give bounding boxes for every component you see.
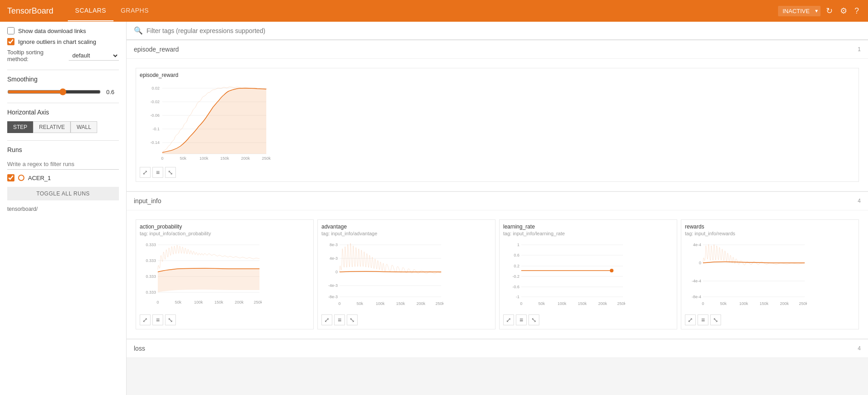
section-title-loss: loss	[134, 345, 145, 352]
ignore-outliers-checkbox[interactable]	[7, 38, 14, 45]
chart-controls-rewards: ⤢ ≡ ⤡	[685, 314, 855, 325]
svg-point-66	[610, 269, 613, 272]
svg-text:250k: 250k	[435, 301, 443, 306]
status-select[interactable]: INACTIVE	[778, 6, 821, 16]
layout-button-episode-reward[interactable]: ≡	[152, 167, 163, 178]
chart-svg-episode-reward: 0.02 -0.02 -0.06 -0.1 -0.14 0 50k 100k 1…	[140, 79, 271, 165]
chart-subtitle-action-probability: tag: input_info/action_probability	[140, 231, 310, 236]
chart-area-rewards: 4e-4 0 -4e-4 -8e-4 0 50k 100k 150k 200k …	[685, 238, 855, 313]
chart-svg-advantage: 8e-3 4e-3 0 -4e-3 -8e-3 0 50k 100k 150k …	[321, 238, 443, 313]
chart-svg-action-probability: 0.333 0.333 0.333 0.333 0 50k 100k 150k …	[140, 238, 262, 313]
svg-text:200k: 200k	[241, 156, 250, 161]
right-controls: INACTIVE ▾ ↻ ⚙ ?	[778, 4, 861, 18]
svg-text:0: 0	[156, 300, 159, 305]
chart-card-action-probability: action_probability tag: input_info/actio…	[136, 219, 314, 329]
svg-text:250k: 250k	[262, 156, 271, 161]
section-header-episode-reward: episode_reward 1	[127, 40, 868, 59]
svg-text:200k: 200k	[416, 301, 425, 306]
svg-text:50k: 50k	[180, 156, 187, 161]
ignore-outliers-label: Ignore outliers in chart scaling	[18, 38, 96, 45]
nav-scalars[interactable]: SCALARS	[68, 0, 113, 21]
charts-grid-episode-reward: episode_reward 0.02 -0.02	[127, 59, 868, 191]
settings-button[interactable]: ⚙	[838, 4, 849, 18]
tooltip-label: Tooltip sorting method:	[7, 49, 65, 62]
refresh-button[interactable]: ↻	[824, 4, 835, 18]
toggle-all-button[interactable]: TOGGLE ALL RUNS	[7, 187, 119, 200]
top-nav: TensorBoard SCALARS GRAPHS INACTIVE ▾ ↻ …	[0, 0, 868, 22]
layout-button-rewards[interactable]: ≡	[698, 314, 708, 325]
layout-button-advantage[interactable]: ≡	[334, 314, 345, 325]
runs-label: Runs	[7, 146, 119, 153]
ignore-outliers-row[interactable]: Ignore outliers in chart scaling	[7, 38, 119, 45]
expand-button-advantage[interactable]: ⤢	[321, 314, 332, 325]
chart-svg-rewards: 4e-4 0 -4e-4 -8e-4 0 50k 100k 150k 200k …	[685, 238, 807, 313]
download-button-learning-rate[interactable]: ⤡	[528, 314, 539, 325]
chart-area-advantage: 8e-3 4e-3 0 -4e-3 -8e-3 0 50k 100k 150k …	[321, 238, 491, 313]
section-header-input-info: input_info 4	[127, 192, 868, 210]
svg-text:250k: 250k	[617, 301, 625, 306]
svg-text:-0.2: -0.2	[512, 274, 519, 279]
app-logo: TensorBoard	[7, 6, 53, 16]
chart-area-action-probability: 0.333 0.333 0.333 0.333 0 50k 100k 150k …	[140, 238, 310, 313]
layout-button-learning-rate[interactable]: ≡	[516, 314, 527, 325]
smoothing-label: Smoothing	[7, 76, 119, 83]
search-icon: 🔍	[134, 26, 143, 35]
runs-filter-input[interactable]	[7, 159, 119, 170]
section-title-episode-reward: episode_reward	[134, 46, 179, 53]
run-dot-acer1	[18, 175, 24, 181]
axis-buttons: STEP RELATIVE WALL	[7, 121, 119, 133]
run-item-acer1: ACER_1	[7, 174, 119, 181]
chart-controls-action-probability: ⤢ ≡ ⤡	[140, 314, 310, 325]
divider-2	[7, 103, 119, 103]
help-button[interactable]: ?	[853, 5, 861, 18]
axis-step-button[interactable]: STEP	[7, 121, 33, 133]
expand-button-rewards[interactable]: ⤢	[685, 314, 696, 325]
svg-text:50k: 50k	[175, 300, 182, 305]
divider-1	[7, 70, 119, 70]
show-download-label: Show data download links	[18, 28, 86, 34]
chart-subtitle-rewards: tag: input_info/rewards	[685, 231, 855, 236]
svg-text:0: 0	[335, 270, 338, 274]
svg-text:0: 0	[699, 261, 701, 265]
chart-card-advantage: advantage tag: input_info/advantage 8e-3…	[317, 219, 495, 329]
chart-area-learning-rate: 1 0.6 0.2 -0.2 -0.6 -1 0 50k 100k 150k 2…	[503, 238, 673, 313]
expand-button-action-probability[interactable]: ⤢	[140, 314, 151, 325]
options-section: Show data download links Ignore outliers…	[7, 27, 119, 62]
expand-button-learning-rate[interactable]: ⤢	[503, 314, 514, 325]
layout-button-action-probability[interactable]: ≡	[152, 314, 163, 325]
chart-title-action-probability: action_probability	[140, 224, 310, 230]
run-checkbox-acer1[interactable]	[7, 174, 14, 181]
download-button-rewards[interactable]: ⤡	[710, 314, 721, 325]
smoothing-section: Smoothing 0.6	[7, 76, 119, 95]
show-download-row[interactable]: Show data download links	[7, 27, 119, 34]
charts-grid-input-info: action_probability tag: input_info/actio…	[127, 210, 868, 338]
expand-button-episode-reward[interactable]: ⤢	[140, 167, 151, 178]
svg-text:-0.02: -0.02	[150, 100, 160, 104]
download-button-episode-reward[interactable]: ⤡	[165, 167, 176, 178]
axis-wall-button[interactable]: WALL	[71, 121, 97, 133]
tag-filter-input[interactable]	[146, 27, 861, 34]
show-download-checkbox[interactable]	[7, 27, 14, 34]
tooltip-select[interactable]: default ascending descending nearest	[69, 51, 119, 61]
section-count-loss: 4	[858, 345, 861, 352]
section-header-loss: loss 4	[127, 339, 868, 358]
svg-text:100k: 100k	[739, 301, 748, 306]
svg-text:4e-4: 4e-4	[693, 243, 701, 247]
app-layout: Show data download links Ignore outliers…	[0, 22, 868, 395]
svg-text:50k: 50k	[357, 301, 363, 306]
svg-text:-0.06: -0.06	[150, 113, 160, 118]
axis-section: Horizontal Axis STEP RELATIVE WALL	[7, 109, 119, 133]
svg-text:0.333: 0.333	[146, 258, 156, 263]
svg-text:150k: 150k	[760, 301, 769, 306]
svg-text:8e-3: 8e-3	[330, 243, 338, 247]
download-button-action-probability[interactable]: ⤡	[165, 314, 176, 325]
nav-links: SCALARS GRAPHS	[68, 0, 156, 21]
section-count-input-info: 4	[858, 198, 861, 204]
smoothing-slider[interactable]	[7, 88, 101, 95]
svg-text:0: 0	[520, 301, 522, 306]
nav-graphs[interactable]: GRAPHS	[113, 0, 156, 21]
svg-text:4e-3: 4e-3	[330, 256, 338, 261]
axis-relative-button[interactable]: RELATIVE	[33, 121, 71, 133]
tensorboard-link[interactable]: tensorboard/	[7, 204, 119, 214]
download-button-advantage[interactable]: ⤡	[347, 314, 358, 325]
